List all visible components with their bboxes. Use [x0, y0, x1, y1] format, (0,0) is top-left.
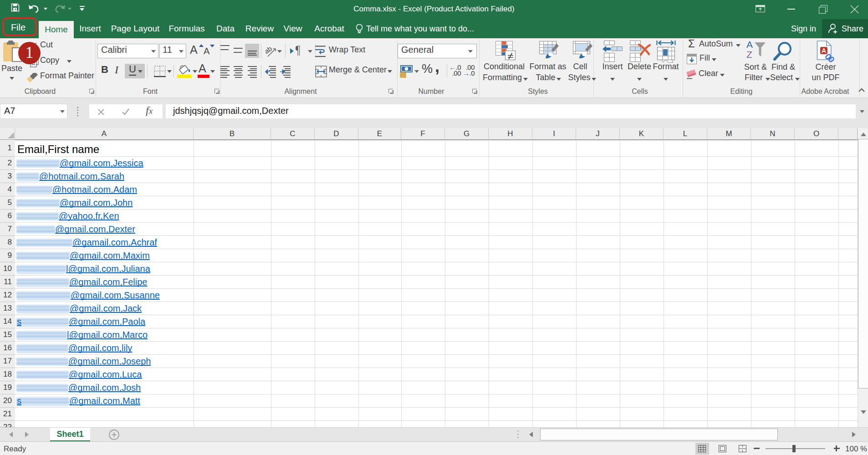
- svg-text:ab: ab: [266, 45, 273, 55]
